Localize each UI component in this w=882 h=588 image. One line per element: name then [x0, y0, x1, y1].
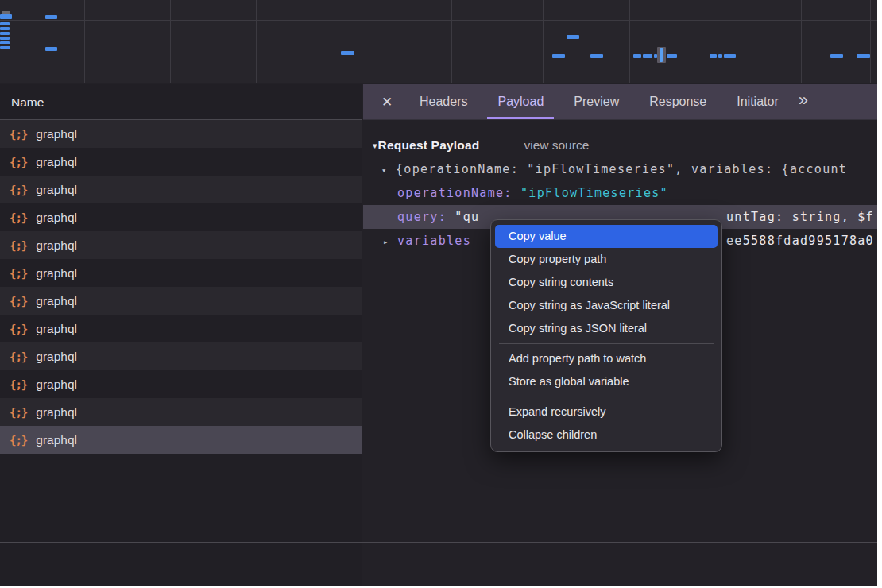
property-value-left: "qu	[455, 210, 479, 224]
json-request-icon: {;}	[10, 295, 27, 308]
menu-item-copy-property-path[interactable]: Copy property path	[491, 248, 721, 271]
property-value-right: ee5588fdad995178a0	[726, 229, 874, 253]
name-column-label: Name	[11, 95, 44, 109]
requests-panel: Name {;} graphql {;} graphql {;} graphql…	[0, 84, 362, 586]
menu-item-store-as-global-variable[interactable]: Store as global variable	[491, 370, 721, 393]
waterfall-bar	[0, 27, 10, 30]
request-row[interactable]: {;} graphql	[0, 370, 362, 398]
request-name: graphql	[36, 294, 77, 308]
request-name: graphql	[36, 238, 77, 253]
json-request-icon: {;}	[10, 128, 27, 141]
menu-item-expand-recursively[interactable]: Expand recursively	[491, 400, 721, 424]
json-request-icon: {;}	[10, 406, 27, 419]
request-row[interactable]: {;} graphql	[0, 287, 362, 315]
json-request-icon: {;}	[10, 350, 27, 363]
json-request-icon: {;}	[10, 184, 27, 196]
property-key: operationName:	[397, 186, 513, 200]
request-row[interactable]: {;} graphql	[0, 342, 362, 370]
request-row[interactable]: {;} graphql	[0, 259, 362, 287]
waterfall-bar	[45, 15, 57, 19]
request-name: graphql	[36, 266, 77, 280]
waterfall-bar	[724, 54, 736, 58]
more-tabs-icon[interactable]: »	[794, 84, 812, 119]
menu-item-add-property-path-to-watch[interactable]: Add property path to watch	[491, 347, 721, 370]
json-request-icon: {;}	[10, 378, 27, 391]
tree-row-operation-name[interactable]: operationName: "ipFlowTimeseries"	[363, 181, 877, 205]
tree-root-row[interactable]: ▾{operationName: "ipFlowTimeseries", var…	[363, 157, 877, 181]
waterfall-bar	[710, 54, 717, 58]
waterfall-bar	[660, 48, 663, 62]
tab-initiator[interactable]: Initiator	[726, 84, 788, 119]
request-row[interactable]: {;} graphql	[0, 398, 362, 426]
section-title: Request Payload	[378, 138, 480, 153]
request-row[interactable]: {;} graphql	[0, 315, 362, 342]
network-overview-timeline[interactable]	[0, 0, 877, 83]
property-key: variables	[397, 234, 471, 248]
waterfall-bar	[0, 46, 10, 49]
request-row[interactable]: {;} graphql	[0, 176, 362, 203]
json-request-icon: {;}	[10, 434, 27, 447]
menu-item-copy-string-json-literal[interactable]: Copy string as JSON literal	[491, 317, 721, 340]
waterfall-bar	[341, 51, 354, 55]
property-value-right: untTag: string, $f	[726, 205, 874, 229]
name-column-header[interactable]: Name	[0, 84, 362, 120]
request-name: graphql	[36, 405, 77, 420]
menu-item-copy-string-js-literal[interactable]: Copy string as JavaScript literal	[491, 294, 721, 317]
timeline-gridline	[543, 0, 544, 83]
request-name: graphql	[36, 350, 77, 364]
json-request-icon: {;}	[10, 267, 27, 280]
json-request-icon: {;}	[10, 323, 27, 335]
expand-icon[interactable]: ▾	[381, 158, 396, 182]
waterfall-bar	[552, 54, 565, 58]
waterfall-bar	[633, 54, 641, 58]
tab-response[interactable]: Response	[639, 84, 717, 119]
timeline-gridline	[256, 0, 257, 83]
request-row[interactable]: {;} graphql	[0, 203, 362, 231]
waterfall-bar	[0, 32, 10, 35]
json-request-icon: {;}	[10, 211, 27, 224]
request-list: {;} graphql {;} graphql {;} graphql {;} …	[0, 120, 362, 454]
property-key: query:	[397, 210, 447, 224]
tab-payload[interactable]: Payload	[487, 84, 554, 119]
collapse-icon[interactable]: ▸	[383, 230, 397, 253]
waterfall-bar	[0, 14, 12, 19]
request-name: graphql	[36, 322, 77, 336]
details-tab-bar: ✕ Headers Payload Preview Response Initi…	[363, 84, 877, 120]
menu-item-copy-value[interactable]: Copy value	[495, 225, 718, 248]
menu-item-copy-string-contents[interactable]: Copy string contents	[491, 271, 721, 294]
view-source-link[interactable]: view source	[524, 138, 589, 153]
property-value: "ipFlowTimeseries"	[520, 186, 668, 200]
tab-preview[interactable]: Preview	[563, 84, 629, 119]
request-name: graphql	[36, 433, 77, 447]
waterfall-bar	[0, 41, 10, 44]
timeline-row-divider	[0, 20, 877, 21]
waterfall-bar	[0, 22, 10, 25]
request-row[interactable]: {;} graphql	[0, 120, 362, 148]
timeline-gridline	[870, 0, 871, 83]
menu-separator	[499, 343, 714, 344]
menu-item-collapse-children[interactable]: Collapse children	[491, 424, 721, 447]
timeline-gridline	[170, 0, 171, 83]
request-name: graphql	[36, 377, 77, 392]
summary-bar-divider	[0, 542, 877, 543]
waterfall-bar	[667, 54, 677, 58]
waterfall-bar	[45, 47, 57, 51]
waterfall-bar	[567, 35, 579, 39]
section-expand-icon[interactable]: ▾	[373, 141, 377, 151]
devtools-window: Name {;} graphql {;} graphql {;} graphql…	[0, 0, 877, 586]
request-payload-section[interactable]: ▾ Request Payload view source	[363, 133, 877, 157]
waterfall-bar	[718, 54, 722, 58]
object-preview: {operationName: "ipFlowTimeseries", vari…	[396, 162, 847, 176]
waterfall-bar	[590, 54, 603, 58]
request-row[interactable]: {;} graphql	[0, 231, 362, 259]
waterfall-bar	[830, 54, 843, 58]
close-icon[interactable]: ✕	[369, 84, 404, 119]
timeline-gridline	[451, 0, 452, 83]
request-row[interactable]: {;} graphql	[0, 426, 362, 454]
json-request-icon: {;}	[10, 156, 27, 168]
request-row[interactable]: {;} graphql	[0, 148, 362, 176]
json-request-icon: {;}	[10, 239, 27, 252]
request-name: graphql	[36, 155, 77, 169]
tab-headers[interactable]: Headers	[409, 84, 478, 119]
waterfall-bar	[0, 37, 10, 40]
